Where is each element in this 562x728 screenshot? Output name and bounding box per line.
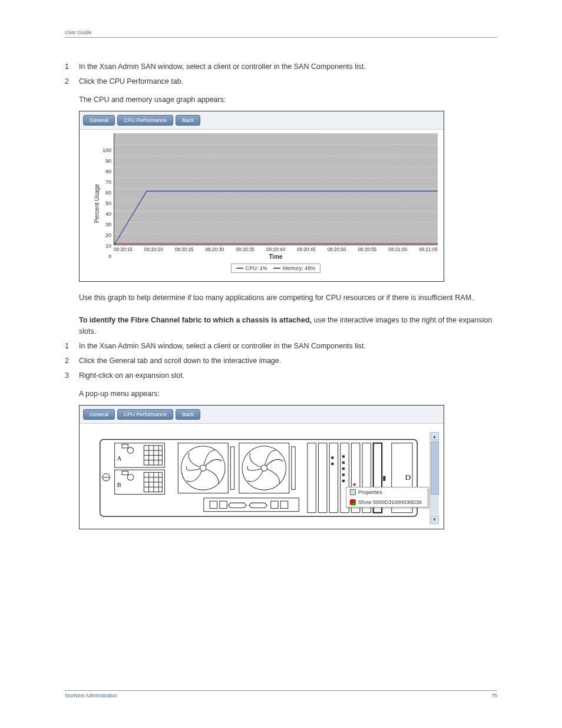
chart-plot-area xyxy=(114,133,438,245)
tab-cpu-performance[interactable]: CPU Performance xyxy=(117,115,173,126)
svg-point-32 xyxy=(127,475,133,480)
tab-back[interactable]: Back xyxy=(176,115,200,126)
step-text: Right-click on an expansion slot. xyxy=(79,370,497,381)
svg-rect-57 xyxy=(342,462,345,464)
step-text: In the Xsan Admin SAN window, select a c… xyxy=(79,61,497,73)
svg-rect-49 xyxy=(308,443,316,513)
svg-rect-64 xyxy=(331,463,333,465)
svg-rect-47 xyxy=(271,501,278,508)
step-number: 3 xyxy=(65,370,79,381)
step-item: 3 Right-click on an expansion slot. xyxy=(65,370,497,381)
steps-bottom: 1 In the Xsan Admin SAN window, select a… xyxy=(65,341,497,381)
step-item: 2 Click the General tab and scroll down … xyxy=(65,355,497,367)
svg-rect-66 xyxy=(383,476,385,481)
svg-rect-59 xyxy=(342,474,345,476)
step-number: 1 xyxy=(65,61,79,73)
svg-rect-63 xyxy=(331,457,333,459)
step-number: 1 xyxy=(65,341,79,352)
y-axis-label: Percent Usage xyxy=(94,184,100,223)
paragraph-fabric-lead: To identify the Fibre Channel fabric to … xyxy=(79,316,312,324)
svg-rect-39 xyxy=(230,447,234,489)
context-menu-properties-label: Properties xyxy=(358,489,382,495)
properties-icon xyxy=(350,489,356,495)
step-item: 1 In the Xsan Admin SAN window, select a… xyxy=(65,61,497,73)
step-item: 2 Click the CPU Performance tab. xyxy=(65,76,497,87)
svg-point-21 xyxy=(127,447,133,453)
svg-point-42 xyxy=(261,465,267,471)
svg-rect-51 xyxy=(329,443,338,513)
paragraph-usage: Use this graph to help determine if too … xyxy=(79,292,497,304)
figure-rear-panel: General CPU Performance Back A xyxy=(79,405,444,529)
svg-rect-43 xyxy=(292,447,295,489)
show-icon xyxy=(350,499,356,505)
tab-general[interactable]: General xyxy=(83,115,115,126)
legend-label-memory: Memory: 48% xyxy=(283,265,316,271)
svg-point-38 xyxy=(200,465,206,471)
slot-letter: D xyxy=(405,473,411,482)
legend-memory: Memory: 48% xyxy=(273,265,316,271)
scroll-track[interactable] xyxy=(431,442,439,514)
tab-bar: General CPU Performance Back xyxy=(80,111,444,130)
context-menu-properties[interactable]: Properties xyxy=(346,487,428,497)
svg-rect-60 xyxy=(342,480,345,482)
page-footer: StorNext Administration 75 xyxy=(65,690,497,699)
tab-general[interactable]: General xyxy=(83,409,115,420)
step-number: 2 xyxy=(65,355,79,367)
tab-bar: General CPU Performance Back xyxy=(80,406,444,424)
context-menu[interactable]: Properties Show 5000D31000036D36 xyxy=(346,487,428,508)
paragraph-fabric: To identify the Fibre Channel fabric to … xyxy=(79,315,497,338)
tab-back[interactable]: Back xyxy=(176,409,200,420)
svg-rect-45 xyxy=(210,501,217,508)
step-text: Click the CPU Performance tab. xyxy=(79,76,497,87)
chart-legend: CPU: 1% Memory: 48% xyxy=(231,263,321,273)
figure-cpu-performance: General CPU Performance Back Percent Usa… xyxy=(79,111,444,282)
step-number: 2 xyxy=(65,76,79,87)
svg-rect-48 xyxy=(280,501,287,508)
step-text: In the Xsan Admin SAN window, select a c… xyxy=(79,341,497,352)
step-item: 1 In the Xsan Admin SAN window, select a… xyxy=(65,341,497,352)
svg-rect-50 xyxy=(318,443,326,513)
footer-left: StorNext Administration xyxy=(65,693,117,699)
svg-rect-33 xyxy=(122,472,128,475)
tab-cpu-performance[interactable]: CPU Performance xyxy=(117,409,173,420)
legend-swatch-cpu xyxy=(236,268,243,269)
context-menu-show[interactable]: Show 5000D31000036D36 xyxy=(346,497,428,507)
svg-text:B: B xyxy=(117,482,121,489)
svg-rect-62 xyxy=(353,483,356,486)
intro-bottom: A pop-up menu appears: xyxy=(79,388,497,400)
scroll-up-icon[interactable]: ▲ xyxy=(431,432,439,440)
legend-label-cpu: CPU: 1% xyxy=(246,265,267,271)
legend-swatch-memory xyxy=(273,268,280,269)
scrollbar[interactable]: ▲ ▼ xyxy=(429,432,439,523)
svg-rect-56 xyxy=(342,456,345,458)
x-axis-label: Time xyxy=(114,253,438,260)
svg-rect-44 xyxy=(204,498,299,512)
header-left: User Guide xyxy=(65,29,92,35)
y-axis-ticks: 1009080706050403020100 xyxy=(103,147,114,259)
legend-cpu: CPU: 1% xyxy=(236,265,267,271)
svg-rect-58 xyxy=(342,467,345,470)
svg-rect-46 xyxy=(220,501,227,508)
svg-text:A: A xyxy=(117,455,122,462)
scroll-down-icon[interactable]: ▼ xyxy=(431,516,439,524)
context-menu-show-label: Show 5000D31000036D36 xyxy=(358,499,422,505)
page-header: User Guide xyxy=(65,29,497,38)
rear-panel-image[interactable]: A B xyxy=(88,432,429,523)
intro-text: The CPU and memory usage graph appears: xyxy=(79,94,497,106)
step-text: Click the General tab and scroll down to… xyxy=(79,355,497,367)
scroll-thumb[interactable] xyxy=(431,442,439,495)
svg-rect-22 xyxy=(122,444,128,448)
footer-page-number: 75 xyxy=(492,693,497,699)
x-axis-ticks: 08:20:1508:20:2008:20:2508:20:3008:20:35… xyxy=(114,247,438,252)
steps-top: 1 In the Xsan Admin SAN window, select a… xyxy=(65,61,497,87)
